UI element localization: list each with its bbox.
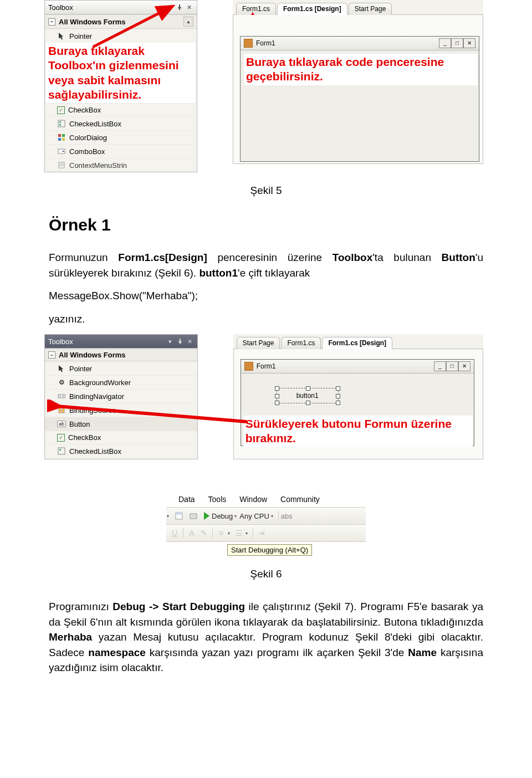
svg-rect-15 xyxy=(62,407,64,413)
svg-rect-7 xyxy=(62,138,65,141)
colordialog-icon xyxy=(57,133,66,142)
checkedlistbox-icon xyxy=(57,119,66,128)
text-bold: Toolbox xyxy=(332,252,372,263)
design-surface: Form1 _ □ ✕ Buraya tıklayarak code pence… xyxy=(233,15,483,164)
bindingsource-icon xyxy=(57,406,66,414)
tab-label: Start Page xyxy=(243,339,274,347)
svg-rect-20 xyxy=(176,513,182,515)
collapse-icon[interactable]: − xyxy=(48,351,55,359)
text: 'e çift tıklayarak xyxy=(238,267,310,279)
debug-config-label[interactable]: Debug xyxy=(212,512,233,520)
tab-startpage[interactable]: Start Page xyxy=(237,337,280,349)
minimize-icon[interactable]: _ xyxy=(434,361,446,371)
contextmenu-icon xyxy=(57,161,66,170)
tab-form1cs[interactable]: Form1.cs xyxy=(236,3,276,15)
toolbox-item-checkbox[interactable]: ✓ CheckBox xyxy=(45,103,197,116)
menu-community[interactable]: Community xyxy=(280,495,320,504)
toolbox-item-label: Pointer xyxy=(69,32,92,40)
svg-rect-5 xyxy=(62,134,65,137)
toolbox-body: − All Windows Forms Pointer ⚙ Background… xyxy=(45,349,197,458)
tab-form1cs-design[interactable]: Form1.cs [Design] xyxy=(322,337,392,349)
toolbox-group-header[interactable]: − All Windows Forms xyxy=(45,349,197,361)
abs-label[interactable]: abs xyxy=(281,512,293,520)
toolbox-item-colordialog[interactable]: ColorDialog xyxy=(45,130,197,144)
toolbox-group-label: All Windows Forms xyxy=(59,351,126,359)
underline-icon[interactable]: U xyxy=(168,529,181,538)
maximize-icon[interactable]: □ xyxy=(446,361,458,371)
dropdown-icon[interactable]: ▾ xyxy=(228,531,230,536)
tooltip-start-debugging: Start Debugging (Alt+Q) xyxy=(227,544,312,556)
tab-form1cs-design[interactable]: Form1.cs [Design] xyxy=(277,3,347,15)
svg-rect-17 xyxy=(59,449,61,451)
minimize-icon[interactable]: _ xyxy=(439,38,451,48)
menu-tools[interactable]: Tools xyxy=(208,495,227,504)
designer-area: Form1.cs Form1.cs [Design] Start Page Fo… xyxy=(233,0,483,172)
collapse-icon[interactable]: − xyxy=(48,18,55,25)
callout-code-window: Buraya tıklayarak code penceresine geçeb… xyxy=(244,54,478,85)
toolbox-icon[interactable] xyxy=(187,509,200,523)
toolbox-item-contextmenustrip[interactable]: ContextMenuStrin xyxy=(45,158,197,172)
close-icon[interactable]: ✕ xyxy=(458,361,470,371)
paragraph-1: Formunuzun Form1.cs[Design] penceresinin… xyxy=(49,250,483,280)
dropdown-icon[interactable]: ▾ xyxy=(166,337,174,345)
toolbox-title: Toolbox xyxy=(48,337,164,346)
text: karşısında yazan yazı programı ilk açark… xyxy=(146,647,408,658)
form1-client[interactable]: Buraya tıklayarak code penceresine geçeb… xyxy=(241,50,479,161)
svg-rect-4 xyxy=(58,134,61,137)
button1-control[interactable]: button1 xyxy=(277,388,339,403)
tab-startpage[interactable]: Start Page xyxy=(349,3,392,15)
toolbox-item-pointer[interactable]: Pointer xyxy=(45,29,197,43)
toolbox-item-bindingsource[interactable]: BindingSource xyxy=(45,403,197,417)
menu-window[interactable]: Window xyxy=(239,495,267,504)
dropdown-icon[interactable]: ▾ xyxy=(167,514,169,519)
toolbox-item-checkedlistbox[interactable]: CheckedListBox xyxy=(45,116,197,130)
menu-data[interactable]: Data xyxy=(178,495,195,504)
toolbox-panel: Toolbox ▾ ✕ − All Windows Forms ▲ xyxy=(44,0,197,172)
indent-icon[interactable]: ⇥ xyxy=(255,529,268,538)
bindingnavigator-icon xyxy=(57,392,66,401)
dropdown-icon[interactable]: ▾ xyxy=(166,3,173,11)
properties-icon[interactable] xyxy=(172,509,186,523)
dropdown-icon[interactable]: ▾ xyxy=(271,514,273,519)
form1-client[interactable]: button1 Sürükleyerek butonu Formun üzeri… xyxy=(241,373,474,446)
form-icon xyxy=(244,362,253,371)
toolbox-group-header[interactable]: − All Windows Forms ▲ xyxy=(45,15,197,29)
platform-label[interactable]: Any CPU xyxy=(239,512,269,520)
close-icon[interactable]: ✕ xyxy=(463,38,475,48)
svg-rect-2 xyxy=(59,121,61,123)
toolbox-item-label: Button xyxy=(69,420,90,428)
toolbox-item-pointer[interactable]: Pointer xyxy=(45,361,197,375)
form1-title-text: Form1 xyxy=(256,39,275,47)
text: Formunuzun xyxy=(49,252,118,263)
start-debugging-icon[interactable] xyxy=(204,512,209,520)
maximize-icon[interactable]: □ xyxy=(451,38,463,48)
toolbox-item-combobox[interactable]: ComboBox xyxy=(45,144,197,158)
svg-rect-9 xyxy=(59,162,64,168)
toolbox-item-label: CheckedListBox xyxy=(69,120,121,128)
text: penceresinin üzerine xyxy=(207,252,332,263)
scroll-up-icon[interactable]: ▲ xyxy=(183,17,193,27)
dropdown-icon[interactable]: ▾ xyxy=(234,514,237,519)
toolbox-item-checkbox[interactable]: ✓ CheckBox xyxy=(45,431,197,444)
close-icon[interactable]: ✕ xyxy=(186,337,194,345)
toolbox-item-backgroundworker[interactable]: ⚙ BackgroundWorker xyxy=(45,375,197,389)
font-icon[interactable]: A xyxy=(186,529,198,538)
highlight-icon[interactable]: ✎ xyxy=(198,529,210,538)
list-icon[interactable]: ☰ xyxy=(233,529,245,538)
tab-form1cs[interactable]: Form1.cs xyxy=(281,337,321,349)
svg-rect-16 xyxy=(58,448,65,454)
close-icon[interactable]: ✕ xyxy=(186,3,193,11)
text-bold: button1 xyxy=(199,267,238,279)
toolbox-item-label: ContextMenuStrin xyxy=(69,161,127,170)
toolbox-item-button[interactable]: ab Button xyxy=(45,417,197,431)
callout-pin-toolbox: Buraya tıklayarak Toolbox'ın gizlenmesin… xyxy=(46,43,196,103)
screenshot-drag-button: Toolbox ▾ ✕ − All Windows Forms Pointer … xyxy=(44,334,483,459)
pin-icon[interactable] xyxy=(176,3,183,11)
dropdown-icon[interactable]: ▾ xyxy=(245,531,248,536)
gear-icon: ⚙ xyxy=(57,378,66,387)
svg-rect-1 xyxy=(58,120,65,127)
toolbox-item-bindingnavigator[interactable]: BindingNavigator xyxy=(45,389,197,403)
pin-icon[interactable] xyxy=(176,337,184,345)
toolbox-item-checkedlistbox[interactable]: CheckedListBox xyxy=(45,444,197,458)
align-left-icon[interactable]: ≡ xyxy=(215,529,227,538)
